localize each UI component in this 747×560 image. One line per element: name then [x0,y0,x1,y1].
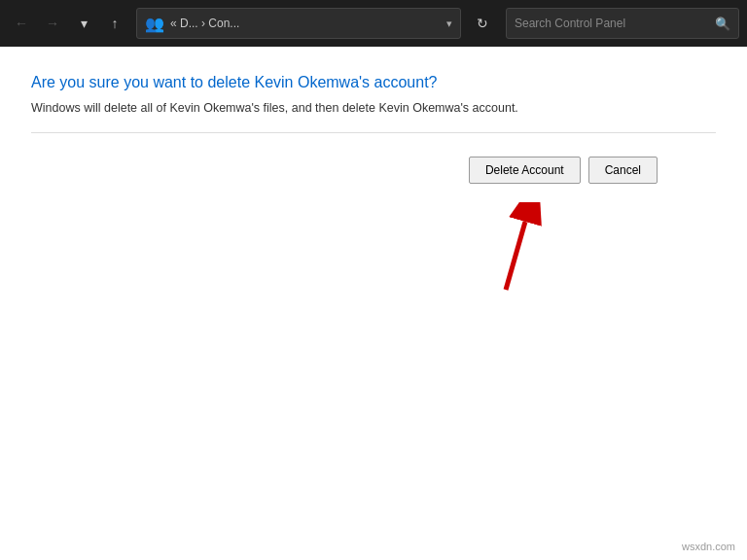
delete-account-button[interactable]: Delete Account [469,157,581,184]
dropdown-icon: ▾ [81,16,88,31]
dropdown-button[interactable]: ▾ [70,10,97,37]
question-heading: Are you sure you want to delete Kevin Ok… [31,74,716,91]
description-text: Windows will delete all of Kevin Okemwa'… [31,101,716,115]
content-area: Are you sure you want to delete Kevin Ok… [0,47,747,560]
arrow-annotation [447,202,564,299]
search-box: 🔍 [506,8,739,39]
divider [31,132,716,133]
refresh-icon: ↻ [477,16,488,31]
search-icon: 🔍 [715,17,730,31]
address-icon: 👥 [145,15,164,33]
breadcrumb: « D... › Con... [170,17,441,30]
toolbar: ← → ▾ ↑ 👥 « D... › Con... ▾ ↻ 🔍 [0,0,747,47]
up-button[interactable]: ↑ [101,10,128,37]
back-icon: ← [15,16,28,31]
refresh-button[interactable]: ↻ [469,10,496,37]
up-icon: ↑ [112,16,119,31]
address-bar[interactable]: 👥 « D... › Con... ▾ [136,8,461,39]
svg-line-1 [506,222,525,290]
forward-button[interactable]: → [39,10,66,37]
forward-icon: → [46,16,59,31]
cancel-button[interactable]: Cancel [588,157,658,184]
actions-row: Delete Account Cancel [31,157,658,184]
arrow-svg [447,202,564,299]
watermark: wsxdn.com [682,541,735,552]
back-button[interactable]: ← [8,10,35,37]
address-chevron-icon: ▾ [446,18,452,30]
search-input[interactable] [515,17,709,30]
